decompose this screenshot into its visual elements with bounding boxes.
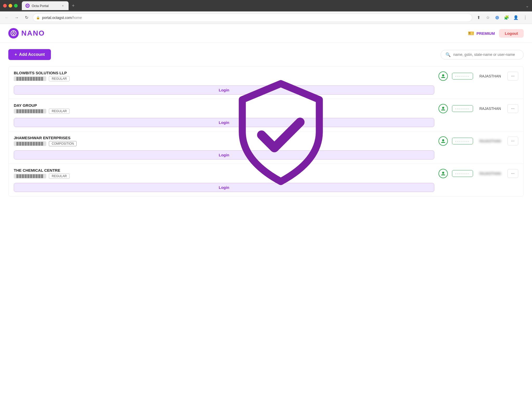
back-button[interactable]: ← (3, 14, 10, 21)
search-icon: 🔍 (445, 52, 451, 57)
svg-point-6 (12, 32, 15, 34)
account-state: RAJASTHAN (477, 139, 503, 143)
svg-point-12 (442, 172, 444, 174)
account-type: REGULAR (49, 109, 70, 114)
tab-favicon-icon (25, 4, 30, 8)
search-bar[interactable]: 🔍 (441, 50, 524, 59)
account-info: DAY GROUP ██████████ REGULAR (14, 103, 434, 114)
account-name: JHAMESHWAR ENTERPRISES (14, 136, 434, 140)
account-more-button[interactable]: ··· (507, 169, 518, 178)
table-row: BLOWBITS SOLUTIONS LLP ██████████ REGULA… (9, 66, 523, 99)
app-header: NANO 🎫 PREMIUM Logout (0, 24, 532, 43)
top-bar: + Add Account 🔍 (8, 49, 524, 60)
tab-close-button[interactable]: × (61, 4, 65, 8)
account-avatar (438, 169, 448, 178)
account-meta: ██████████ REGULAR (14, 76, 434, 81)
account-info: BLOWBITS SOLUTIONS LLP ██████████ REGULA… (14, 71, 434, 81)
extension-eye-icon[interactable] (494, 14, 501, 21)
account-type: COMPOSITION (49, 141, 77, 146)
main-content: + Add Account 🔍 BLOWBITS SOLUTIONS LLP █… (0, 43, 532, 203)
browser-tab-active[interactable]: Octa Portal × (22, 1, 69, 10)
add-account-button[interactable]: + Add Account (8, 49, 51, 60)
account-avatar (438, 71, 448, 81)
traffic-lights (3, 4, 18, 8)
menu-icon[interactable]: ⋮ (522, 14, 529, 21)
account-info: JHAMESHWAR ENTERPRISES ██████████ COMPOS… (14, 136, 434, 146)
account-login-button[interactable]: Login (14, 150, 434, 159)
account-type: REGULAR (49, 76, 70, 81)
svg-point-10 (442, 107, 444, 109)
account-password-field: ······· (452, 105, 473, 112)
table-row: THE CHEMICAL CENTRE ██████████ REGULAR ·… (9, 164, 523, 196)
svg-point-11 (442, 139, 444, 141)
account-info: THE CHEMICAL CENTRE ██████████ REGULAR (14, 168, 434, 179)
svg-point-4 (497, 17, 498, 18)
account-name: THE CHEMICAL CENTRE (14, 168, 434, 172)
account-more-button[interactable]: ··· (507, 72, 518, 81)
browser-titlebar: Octa Portal × + ⌄ (0, 0, 532, 11)
account-password-field: ······· (452, 73, 473, 79)
account-login-button[interactable]: Login (14, 118, 434, 127)
account-meta: ██████████ COMPOSITION (14, 141, 434, 146)
refresh-button[interactable]: ↻ (23, 14, 30, 21)
account-login-button[interactable]: Login (14, 85, 434, 95)
svg-point-9 (442, 74, 444, 76)
browser-tabs: Octa Portal × + (22, 1, 526, 10)
address-bar[interactable]: 🔒 portal.octagst.com/home (33, 14, 472, 22)
search-input[interactable] (453, 52, 519, 57)
lock-icon: 🔒 (36, 16, 40, 19)
header-actions: 🎫 PREMIUM Logout (468, 29, 524, 38)
toolbar-icons: ⬆ ☆ 🧩 👤 ⋮ (475, 14, 529, 21)
puzzle-icon[interactable]: 🧩 (503, 14, 510, 21)
bookmark-icon[interactable]: ☆ (484, 14, 491, 21)
browser-expand-icon[interactable]: ⌄ (526, 3, 529, 8)
browser-chrome: Octa Portal × + ⌄ ← → ↻ 🔒 portal.octagst… (0, 0, 532, 24)
logo-icon (8, 28, 19, 38)
account-password-field: ······· (452, 138, 473, 144)
profile-icon[interactable]: 👤 (512, 14, 520, 21)
minimize-window-button[interactable] (9, 4, 12, 8)
account-gstin: ██████████ (14, 174, 46, 178)
app-container: NANO 🎫 PREMIUM Logout + Add Account 🔍 (0, 24, 532, 399)
new-tab-button[interactable]: + (70, 2, 77, 9)
account-name: DAY GROUP (14, 103, 434, 108)
account-type: REGULAR (49, 174, 70, 179)
account-password-field: ······· (452, 170, 473, 177)
account-avatar (438, 136, 448, 146)
account-gstin: ██████████ (14, 76, 46, 81)
premium-icon: 🎫 (468, 30, 474, 36)
account-more-button[interactable]: ··· (507, 137, 518, 145)
table-row: DAY GROUP ██████████ REGULAR ······· RAJ… (9, 99, 523, 131)
svg-point-1 (27, 5, 28, 6)
account-login-button[interactable]: Login (14, 183, 434, 192)
plus-icon: + (15, 52, 17, 57)
close-window-button[interactable] (3, 4, 7, 8)
account-state: RAJASTHAN (477, 74, 503, 78)
app-logo: NANO (8, 28, 45, 38)
logout-button[interactable]: Logout (499, 29, 524, 38)
account-name: BLOWBITS SOLUTIONS LLP (14, 71, 434, 75)
tab-title: Octa Portal (32, 4, 49, 8)
account-state: RAJASTHAN (477, 171, 503, 176)
forward-button[interactable]: → (13, 14, 20, 21)
account-avatar (438, 104, 448, 113)
account-more-button[interactable]: ··· (507, 104, 518, 113)
accounts-table: BLOWBITS SOLUTIONS LLP ██████████ REGULA… (8, 66, 524, 196)
browser-toolbar: ← → ↻ 🔒 portal.octagst.com/home ⬆ ☆ 🧩 👤 … (0, 11, 532, 24)
share-icon[interactable]: ⬆ (475, 14, 482, 21)
account-meta: ██████████ REGULAR (14, 109, 434, 114)
account-state: RAJASTHAN (477, 107, 503, 111)
table-row: JHAMESHWAR ENTERPRISES ██████████ COMPOS… (9, 131, 523, 164)
account-meta: ██████████ REGULAR (14, 174, 434, 179)
premium-button[interactable]: 🎫 PREMIUM (468, 30, 495, 36)
address-text: portal.octagst.com/home (42, 16, 469, 20)
account-gstin: ██████████ (14, 109, 46, 114)
account-gstin: ██████████ (14, 141, 46, 146)
maximize-window-button[interactable] (14, 4, 18, 8)
logo-text: NANO (21, 29, 45, 37)
